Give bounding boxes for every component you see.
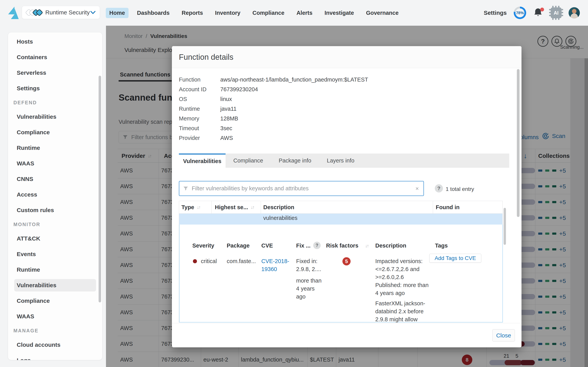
modal-header: Function details xyxy=(172,46,522,68)
sidebar-item-compliance[interactable]: Compliance xyxy=(8,293,102,309)
field-row-memory: Memory128MB xyxy=(179,114,368,123)
modal-title: Function details xyxy=(179,46,233,68)
nav-item-compliance[interactable]: Compliance xyxy=(249,8,288,18)
notifications-bell-icon[interactable] xyxy=(533,8,544,18)
description-column-text: Impacted versions:<=2.6.7.2,2.6 and>=2.6… xyxy=(375,257,432,323)
app-root: Runtime Security HomeDashboardsReportsIn… xyxy=(0,0,588,367)
sidebar-item-cloud-accounts[interactable]: Cloud accounts xyxy=(8,337,102,353)
sidebar-item-serverless[interactable]: Serverless xyxy=(8,65,102,81)
text-line: Fixed in: xyxy=(296,257,322,265)
sort-icons[interactable]: ↓↑ xyxy=(365,243,369,249)
sidebar-item-cnns[interactable]: CNNS xyxy=(8,171,102,187)
nav-item-reports[interactable]: Reports xyxy=(178,8,207,18)
nav-item-investigate[interactable]: Investigate xyxy=(321,8,358,18)
column-header-type[interactable]: Type ↓↑ xyxy=(181,201,200,214)
clear-filter-icon[interactable]: × xyxy=(414,185,420,192)
nav-item-home[interactable]: Home xyxy=(106,8,129,18)
vulnerabilities-filter-input[interactable] xyxy=(192,185,414,192)
top-bar-right: Settings 78% AI xyxy=(484,0,580,26)
total-entries-count: 1 total entry xyxy=(446,185,474,193)
row-description-text: vulnerabilities xyxy=(263,215,298,221)
cve-link[interactable]: CVE-2018- 19360 xyxy=(261,257,289,273)
sort-icons[interactable]: ↓↑ xyxy=(251,205,254,210)
detail-header-risk-factors: Risk factors xyxy=(326,242,358,249)
field-value: 128MB xyxy=(220,115,238,122)
detail-header-cve: CVE xyxy=(261,242,273,249)
chevron-down-icon xyxy=(90,11,96,14)
vulnerabilities-table: Type ↓↑ Highest se... ↓↑ Description Fou… xyxy=(179,201,503,322)
sidebar-item-vulnerabilities[interactable]: Vulnerabilities xyxy=(8,109,102,125)
nav-item-inventory[interactable]: Inventory xyxy=(211,8,244,18)
add-tags-to-cve-button[interactable]: Add Tags to CVE xyxy=(429,254,481,263)
text-line: 2.9.8, 2.... xyxy=(296,265,322,273)
progress-value: 78% xyxy=(516,11,524,15)
field-label: Timeout xyxy=(179,125,220,132)
modal-tab-compliance[interactable]: Compliance xyxy=(226,154,271,168)
settings-button[interactable]: Settings xyxy=(484,9,507,16)
sidebar-item-vulnerabilities[interactable]: Vulnerabilities xyxy=(14,279,96,292)
package-value: com.faste... xyxy=(227,257,256,265)
field-value: AWS xyxy=(220,135,233,141)
sidebar-item-custom-rules[interactable]: Custom rules xyxy=(8,202,102,218)
sidebar-item-waas[interactable]: WAAS xyxy=(8,156,102,171)
sidebar-section-manage: MANAGE xyxy=(8,324,102,337)
field-row-runtime: Runtimejava11 xyxy=(179,104,368,114)
top-bar: Runtime Security HomeDashboardsReportsIn… xyxy=(0,0,588,26)
modal-footer-divider xyxy=(172,323,522,323)
column-header-found-in[interactable]: Found in xyxy=(436,201,459,214)
column-header-highest-severity[interactable]: Highest se... ↓↑ xyxy=(215,201,254,214)
user-avatar[interactable] xyxy=(569,7,580,18)
nav-item-governance[interactable]: Governance xyxy=(362,8,402,18)
vuln-table-header: Type ↓↑ Highest se... ↓↑ Description Fou… xyxy=(179,201,502,214)
product-switcher[interactable]: Runtime Security xyxy=(22,6,100,19)
selected-vulnerability-row[interactable]: vulnerabilities xyxy=(179,214,502,225)
ai-assistant-button[interactable]: AI xyxy=(551,7,562,18)
field-label: Runtime xyxy=(179,106,220,112)
sidebar-item-logs[interactable]: Logs xyxy=(8,353,102,360)
sidebar-item-containers[interactable]: Containers xyxy=(8,50,102,65)
field-row-timeout: Timeout3sec xyxy=(179,123,368,133)
column-header-description[interactable]: Description xyxy=(263,201,294,214)
filter-help-icon[interactable]: ? xyxy=(435,184,443,192)
product-name: Runtime Security xyxy=(45,9,90,16)
sidebar-item-access[interactable]: Access xyxy=(8,187,102,202)
fix-help-icon[interactable]: ? xyxy=(313,242,321,249)
field-label: Provider xyxy=(179,135,220,141)
detail-header-package: Package xyxy=(227,242,250,249)
field-value: 767399230204 xyxy=(220,86,258,93)
sidebar-item-settings[interactable]: Settings xyxy=(8,81,102,96)
field-row-function: Functionaws/ap-northeast-1/lambda_functi… xyxy=(179,75,368,84)
sidebar-item-hosts[interactable]: Hosts xyxy=(8,34,102,50)
field-value: java11 xyxy=(220,106,236,112)
vulnerability-detail-panel: Severity Package CVE Fix ... ? Risk fact… xyxy=(179,225,503,322)
text-line: ago xyxy=(296,293,322,301)
progress-ring-badge[interactable]: 78% xyxy=(514,7,526,19)
field-row-os: OSlinux xyxy=(179,94,368,104)
modal-tab-vulnerabilities[interactable]: Vulnerabilities xyxy=(179,154,226,168)
nav-item-dashboards[interactable]: Dashboards xyxy=(134,8,173,18)
field-label: Memory xyxy=(179,115,220,122)
line-spacer xyxy=(375,297,432,300)
nav-item-alerts[interactable]: Alerts xyxy=(293,8,316,18)
sidebar-scrollbar[interactable] xyxy=(99,76,101,302)
sidebar-item-att-ck[interactable]: ATT&CK xyxy=(8,231,102,246)
sidebar: HostsContainersServerlessSettingsDEFENDV… xyxy=(8,32,103,360)
brand-logo-icon[interactable] xyxy=(8,7,19,19)
sidebar-item-waas[interactable]: WAAS xyxy=(8,309,102,324)
close-button[interactable]: Close xyxy=(492,329,515,342)
field-label: Account ID xyxy=(179,86,220,93)
sort-icons[interactable]: ↓↑ xyxy=(197,205,200,210)
sidebar-item-compliance[interactable]: Compliance xyxy=(8,125,102,140)
severity-value: critical xyxy=(201,257,217,265)
fix-column-text: Fixed in:2.9.8, 2....more than4 yearsago xyxy=(296,257,322,301)
sidebar-item-runtime[interactable]: Runtime xyxy=(8,140,102,156)
field-row-provider: ProviderAWS xyxy=(179,133,368,143)
sidebar-item-runtime[interactable]: Runtime xyxy=(8,262,102,277)
modal-tab-package-info[interactable]: Package info xyxy=(271,154,319,168)
risk-factors-count-badge[interactable]: 5 xyxy=(342,257,351,266)
modal-tab-layers-info[interactable]: Layers info xyxy=(319,154,362,168)
sidebar-item-events[interactable]: Events xyxy=(8,246,102,262)
modal-scrollbar[interactable] xyxy=(517,69,520,217)
vuln-table-scrollbar[interactable] xyxy=(504,208,506,245)
text-line: FasterXML jackson- xyxy=(375,300,432,308)
